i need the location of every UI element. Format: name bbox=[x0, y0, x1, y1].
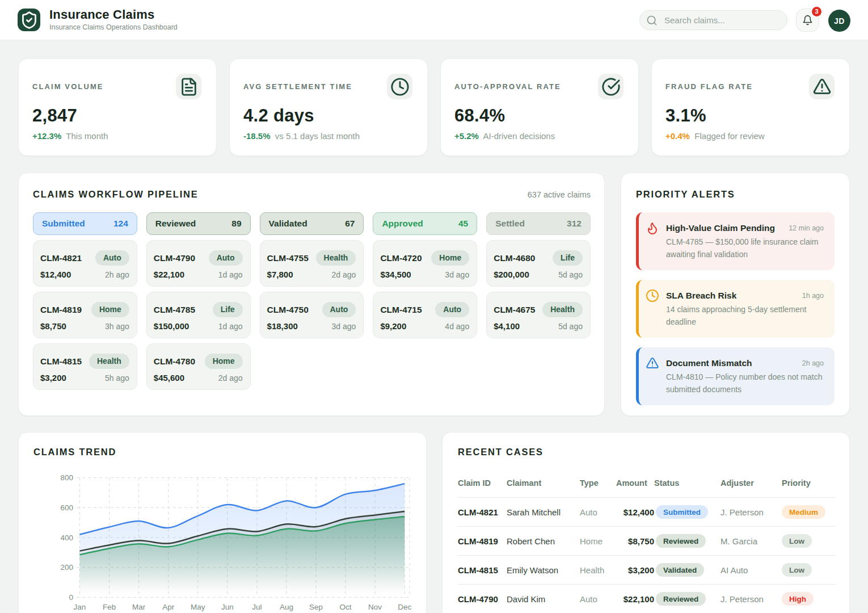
svg-text:Feb: Feb bbox=[103, 603, 116, 611]
svg-text:Dec: Dec bbox=[398, 603, 411, 611]
svg-text:0: 0 bbox=[69, 593, 73, 602]
svg-text:Jun: Jun bbox=[221, 603, 234, 611]
svg-text:Apr: Apr bbox=[162, 603, 175, 611]
svg-text:May: May bbox=[191, 603, 205, 611]
svg-text:Mar: Mar bbox=[132, 603, 146, 611]
svg-text:Jul: Jul bbox=[252, 603, 262, 611]
svg-text:Jan: Jan bbox=[74, 603, 86, 611]
svg-text:Sep: Sep bbox=[309, 603, 323, 611]
svg-text:200: 200 bbox=[60, 563, 73, 572]
svg-text:Aug: Aug bbox=[280, 603, 293, 611]
svg-text:Oct: Oct bbox=[339, 603, 351, 611]
svg-text:800: 800 bbox=[60, 473, 73, 482]
svg-text:600: 600 bbox=[60, 503, 73, 512]
svg-text:400: 400 bbox=[60, 534, 73, 542]
svg-text:Nov: Nov bbox=[368, 603, 382, 611]
